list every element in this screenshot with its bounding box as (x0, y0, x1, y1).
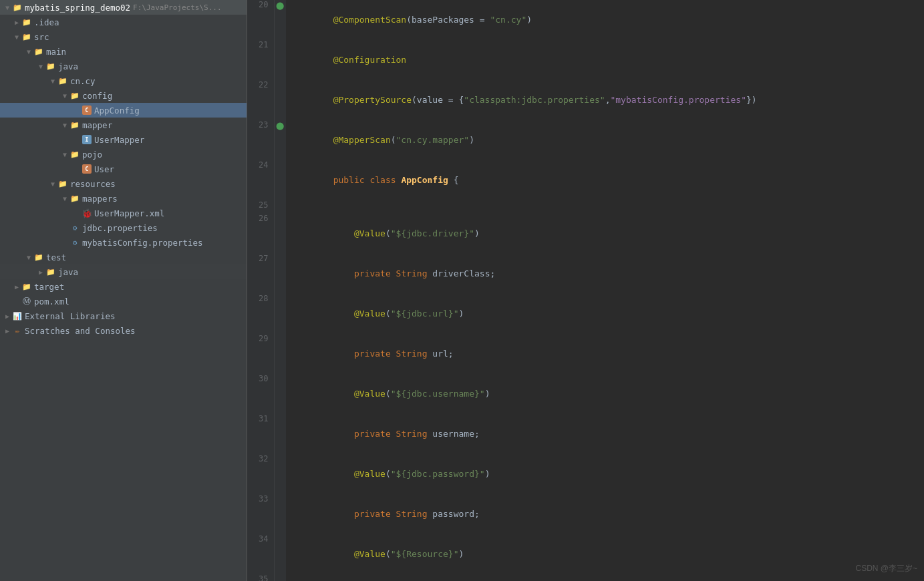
sidebar-item-cn-cy[interactable]: 📁 cn.cy (0, 73, 247, 88)
sidebar-item-config[interactable]: 📁 config (0, 88, 247, 103)
code-line-34: 34 @Value("${Resource}") (247, 534, 924, 574)
user-class-icon: C (82, 164, 92, 174)
mapper-label: mapper (82, 120, 112, 130)
mappers-label: mappers (82, 194, 118, 204)
gutter-20: ⬤ (274, 0, 286, 40)
idea-label: .idea (34, 17, 59, 27)
sidebar-item-jdbc-props[interactable]: ⚙ jdbc.properties (0, 220, 247, 235)
sidebar-item-idea[interactable]: 📁 .idea (0, 15, 247, 29)
usermapper-xml-arrow (72, 208, 82, 218)
code-line-23: 23 ⬤ @MapperScan("cn.cy.mapper") (247, 120, 924, 160)
mybatis-props-icon: ⚙ (69, 237, 80, 248)
cn-cy-arrow (48, 76, 57, 85)
line-num-22: 22 (247, 80, 274, 120)
code-line-24: 24 public class AppConfig { (247, 160, 924, 200)
sidebar-item-test[interactable]: 📁 test (0, 250, 247, 264)
java-folder-icon: 📁 (45, 61, 56, 71)
test-java-folder-icon: 📁 (45, 266, 56, 277)
code-content-26[interactable]: @Value("${jdbc.driver}") (286, 214, 924, 254)
sidebar-item-appconfig[interactable]: C AppConfig (0, 103, 247, 118)
sidebar-item-user[interactable]: C User (0, 162, 247, 176)
code-line-22: 22 @PropertySource(value = {"classpath:j… (247, 80, 924, 120)
code-content-23[interactable]: @MapperScan("cn.cy.mapper") (286, 120, 924, 160)
mapper-folder-icon: 📁 (69, 120, 80, 130)
code-content-35[interactable]: private String mapperLocations; (286, 574, 924, 581)
code-table: 20 ⬤ @ComponentScan(basePackages = "cn.c… (247, 0, 924, 581)
code-content-30[interactable]: @Value("${jdbc.username}") (286, 374, 924, 414)
gutter-21 (274, 40, 286, 80)
ext-libs-label: External Libraries (25, 311, 115, 321)
code-content-27[interactable]: private String driverClass; (286, 254, 924, 294)
usermapper-interface-icon: I (82, 134, 92, 145)
code-content-31[interactable]: private String username; (286, 414, 924, 454)
pojo-arrow (60, 150, 69, 159)
line-num-25: 25 (247, 200, 274, 214)
sidebar-item-ext-libs[interactable]: 📊 External Libraries (0, 309, 247, 323)
target-folder-icon: 📁 (21, 281, 32, 292)
code-content-24[interactable]: public class AppConfig { (286, 160, 924, 200)
code-content-32[interactable]: @Value("${jdbc.password}") (286, 454, 924, 494)
test-arrow (24, 252, 33, 262)
sidebar-item-resources[interactable]: 📁 resources (0, 176, 247, 191)
gutter-24 (274, 160, 286, 200)
line-num-34: 34 (247, 534, 274, 574)
sidebar-item-mappers[interactable]: 📁 mappers (0, 191, 247, 206)
sidebar-item-usermapper[interactable]: I UserMapper (0, 132, 247, 147)
project-sidebar[interactable]: 📁 mybatis_spring_demo02 F:\JavaProjects\… (0, 0, 247, 581)
mapper-arrow (60, 120, 69, 130)
project-folder-icon: 📁 (12, 2, 23, 13)
code-line-26: 26 @Value("${jdbc.driver}") (247, 214, 924, 254)
sidebar-item-java[interactable]: 📁 java (0, 59, 247, 73)
code-content-21[interactable]: @Configuration (286, 40, 924, 80)
appconfig-class-icon: C (82, 105, 92, 116)
sidebar-item-mapper[interactable]: 📁 mapper (0, 118, 247, 132)
test-folder-icon: 📁 (33, 252, 44, 262)
scratches-label: Scratches and Consoles (25, 326, 136, 336)
code-content-25[interactable] (286, 200, 924, 214)
project-root[interactable]: 📁 mybatis_spring_demo02 F:\JavaProjects\… (0, 0, 247, 15)
line-num-24: 24 (247, 160, 274, 200)
sidebar-item-src[interactable]: 📁 src (0, 29, 247, 44)
sidebar-item-pojo[interactable]: 📁 pojo (0, 147, 247, 162)
mappers-folder-icon: 📁 (69, 193, 80, 204)
code-content-33[interactable]: private String password; (286, 494, 924, 534)
sidebar-item-pom[interactable]: Ⓜ pom.xml (0, 294, 247, 309)
sidebar-item-mybatis-props[interactable]: ⚙ mybatisConfig.properties (0, 235, 247, 250)
code-editor[interactable]: 20 ⬤ @ComponentScan(basePackages = "cn.c… (247, 0, 924, 581)
main-folder-icon: 📁 (33, 46, 44, 57)
gutter-30 (274, 374, 286, 414)
sidebar-item-usermapper-xml[interactable]: 🐞 UserMapper.xml (0, 206, 247, 220)
sidebar-item-scratches[interactable]: ✏ Scratches and Consoles (0, 323, 247, 338)
scratches-icon: ✏ (12, 325, 23, 336)
user-arrow (72, 164, 82, 174)
sidebar-item-test-java[interactable]: 📁 java (0, 264, 247, 279)
sidebar-item-target[interactable]: 📁 target (0, 279, 247, 294)
pojo-label: pojo (82, 150, 102, 160)
code-content-28[interactable]: @Value("${jdbc.url}") (286, 294, 924, 334)
test-label: test (46, 252, 66, 262)
usermapper-label: UserMapper (94, 135, 144, 145)
project-arrow (3, 3, 12, 12)
src-label: src (34, 32, 49, 42)
code-content-22[interactable]: @PropertySource(value = {"classpath:jdbc… (286, 80, 924, 120)
target-arrow (12, 282, 21, 291)
code-content-34[interactable]: @Value("${Resource}") (286, 534, 924, 574)
mybatis-props-arrow (60, 238, 69, 247)
resources-folder-icon: 📁 (57, 178, 68, 189)
sidebar-item-main[interactable]: 📁 main (0, 44, 247, 59)
src-folder-icon: 📁 (21, 31, 32, 42)
code-content-20[interactable]: @ComponentScan(basePackages = "cn.cy") (286, 0, 924, 40)
line-num-32: 32 (247, 454, 274, 494)
test-java-arrow (36, 267, 45, 276)
line-num-29: 29 (247, 334, 274, 374)
pom-icon: Ⓜ (21, 296, 32, 307)
line-num-27: 27 (247, 254, 274, 294)
pom-arrow (12, 297, 21, 306)
code-line-35: 35 private String mapperLocations; (247, 574, 924, 581)
line-num-28: 28 (247, 294, 274, 334)
line-num-35: 35 (247, 574, 274, 581)
code-content-29[interactable]: private String url; (286, 334, 924, 374)
jdbc-props-arrow (60, 223, 69, 232)
gutter-22 (274, 80, 286, 120)
gutter-26 (274, 214, 286, 254)
